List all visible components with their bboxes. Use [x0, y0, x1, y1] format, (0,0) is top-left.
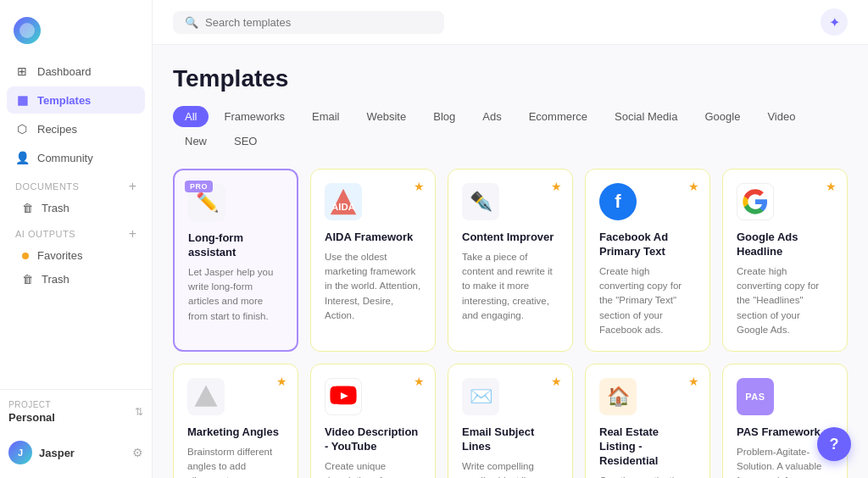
content-area: Templates AllFrameworksEmailWebsiteBlogA…: [153, 45, 868, 478]
templates-icon: ▦: [15, 93, 29, 107]
star-icon: ★: [551, 375, 562, 388]
project-name: Personal: [8, 411, 55, 424]
recipes-icon: ⬡: [15, 122, 29, 136]
sidebar-item-recipes[interactable]: ⬡ Recipes: [7, 115, 145, 142]
card-desc: Take a piece of content and rewrite it t…: [462, 250, 559, 323]
sidebar-item-label: Trash: [42, 273, 70, 286]
filter-tab-ads[interactable]: Ads: [470, 106, 513, 127]
filter-tab-ecommerce[interactable]: Ecommerce: [517, 106, 599, 127]
ai-outputs-section-header: AI outputs +: [7, 220, 145, 244]
sidebar-item-label: Templates: [37, 94, 91, 107]
topbar: 🔍 ✦: [153, 0, 868, 45]
search-wrap: 🔍: [173, 11, 444, 34]
template-card-pas[interactable]: PASPAS FrameworkProblem-Agitate-Solution…: [722, 364, 848, 478]
settings-icon[interactable]: ⚙: [132, 446, 143, 459]
card-desc: Let Jasper help you write long-form arti…: [188, 265, 283, 324]
card-desc: Write compelling email subject lines tha…: [462, 459, 559, 478]
card-icon: AIDA: [325, 183, 362, 220]
filter-tab-google[interactable]: Google: [693, 106, 752, 127]
add-document-button[interactable]: +: [129, 180, 136, 193]
community-icon: 👤: [15, 151, 29, 164]
card-title: Content Improver: [462, 231, 559, 245]
trash2-icon: 🗑: [22, 273, 33, 286]
card-icon: [325, 378, 362, 415]
star-icon: ★: [688, 375, 699, 388]
template-card-fb-ad[interactable]: ★fFacebook Ad Primary TextCreate high co…: [585, 169, 710, 352]
search-input[interactable]: [205, 16, 432, 29]
avatar: J: [8, 441, 32, 464]
sidebar-item-community[interactable]: 👤 Community: [7, 144, 145, 171]
star-icon: ★: [414, 180, 425, 193]
sidebar-item-dashboard[interactable]: ⊞ Dashboard: [7, 58, 145, 85]
card-title: Google Ads Headline: [737, 231, 833, 259]
user-row: J Jasper ⚙: [0, 434, 152, 468]
filter-tab-frameworks[interactable]: Frameworks: [212, 106, 297, 127]
card-title: Video Description - YouTube: [325, 425, 421, 454]
favorites-dot-icon: [22, 253, 29, 259]
sidebar-bottom: PROJECT Personal ⇅: [0, 389, 152, 434]
card-icon: [187, 378, 225, 415]
card-title: Long-form assistant: [188, 231, 283, 260]
template-card-marketing-angles[interactable]: ★Marketing AnglesBrainstorm different an…: [173, 364, 298, 478]
filter-tab-social-media[interactable]: Social Media: [603, 106, 689, 127]
svg-text:AIDA: AIDA: [331, 202, 355, 212]
card-title: Facebook Ad Primary Text: [599, 231, 696, 259]
sidebar-item-label: Community: [37, 152, 93, 164]
card-desc: Use the oldest marketing framework in th…: [325, 250, 421, 323]
card-desc: Brainstorm different angles to add vibra…: [187, 445, 284, 478]
template-card-content-improver[interactable]: ★✒️Content ImproverTake a piece of conte…: [448, 169, 573, 352]
card-icon: PAS: [737, 378, 774, 415]
card-title: Real Estate Listing - Residential: [599, 425, 696, 469]
project-info: PROJECT Personal: [8, 400, 55, 424]
template-card-long-form[interactable]: PRO✏️Long-form assistantLet Jasper help …: [173, 169, 298, 352]
project-chevron-icon[interactable]: ⇅: [135, 406, 143, 418]
card-icon: ✉️: [462, 378, 499, 415]
template-card-video-desc[interactable]: ★Video Description - YouTubeCreate uniqu…: [310, 364, 436, 478]
star-icon: ★: [688, 180, 699, 193]
filter-tabs: AllFrameworksEmailWebsiteBlogAdsEcommerc…: [173, 106, 848, 152]
filter-tab-new[interactable]: New: [173, 131, 219, 152]
sidebar-item-label: Favorites: [37, 249, 82, 262]
template-grid: PRO✏️Long-form assistantLet Jasper help …: [173, 169, 848, 478]
template-card-email-subject[interactable]: ★✉️Email Subject LinesWrite compelling e…: [448, 364, 573, 478]
project-row: PROJECT Personal ⇅: [8, 400, 143, 424]
filter-tab-website[interactable]: Website: [354, 106, 418, 127]
filter-tab-seo[interactable]: SEO: [222, 131, 269, 152]
search-icon: 🔍: [185, 16, 198, 29]
card-desc: Create unique descriptions for Youtube v…: [325, 459, 421, 478]
dashboard-icon: ⊞: [15, 64, 29, 78]
star-icon: ★: [276, 375, 287, 388]
add-template-button[interactable]: ✦: [821, 8, 848, 36]
svg-marker-2: [195, 386, 218, 407]
card-desc: Creative captivating real estate listing…: [599, 474, 696, 478]
documents-section-header: Documents +: [7, 173, 145, 197]
sidebar-item-label: Dashboard: [37, 65, 92, 78]
template-card-google-ads[interactable]: ★Google Ads HeadlineCreate high converti…: [722, 169, 848, 352]
template-card-aida[interactable]: ★ AIDA AIDA FrameworkUse the oldest mark…: [310, 169, 436, 352]
filter-tab-blog[interactable]: Blog: [421, 106, 467, 127]
template-card-real-estate[interactable]: ★🏠Real Estate Listing - ResidentialCreat…: [585, 364, 710, 478]
card-desc: Create high converting copy for the "Pri…: [599, 264, 696, 337]
add-ai-output-button[interactable]: +: [129, 227, 136, 241]
ai-outputs-label: AI outputs: [15, 229, 75, 239]
star-icon: ★: [551, 180, 562, 193]
sidebar-item-label: Trash: [42, 202, 70, 214]
filter-tab-video[interactable]: Video: [755, 106, 807, 127]
topbar-right: ✦: [821, 8, 848, 36]
help-button[interactable]: ?: [817, 427, 851, 461]
project-section-label: PROJECT: [8, 400, 55, 409]
card-icon: ✒️: [462, 183, 499, 220]
sidebar-item-trash[interactable]: 🗑 Trash: [7, 197, 145, 220]
filter-tab-email[interactable]: Email: [300, 106, 352, 127]
sidebar-item-label: Recipes: [37, 123, 77, 136]
sidebar-item-templates[interactable]: ▦ Templates: [7, 86, 145, 114]
sidebar-item-favorites[interactable]: Favorites: [7, 244, 145, 267]
card-icon: 🏠: [599, 378, 637, 415]
page-title: Templates: [173, 65, 848, 92]
main-content: 🔍 ✦ Templates AllFrameworksEmailWebsiteB…: [153, 0, 868, 478]
documents-label: Documents: [15, 181, 79, 192]
card-title: AIDA Framework: [325, 231, 421, 245]
main-nav: ⊞ Dashboard ▦ Templates ⬡ Recipes 👤 Comm…: [0, 58, 152, 389]
sidebar-item-ai-trash[interactable]: 🗑 Trash: [7, 268, 145, 291]
filter-tab-all[interactable]: All: [173, 106, 209, 127]
